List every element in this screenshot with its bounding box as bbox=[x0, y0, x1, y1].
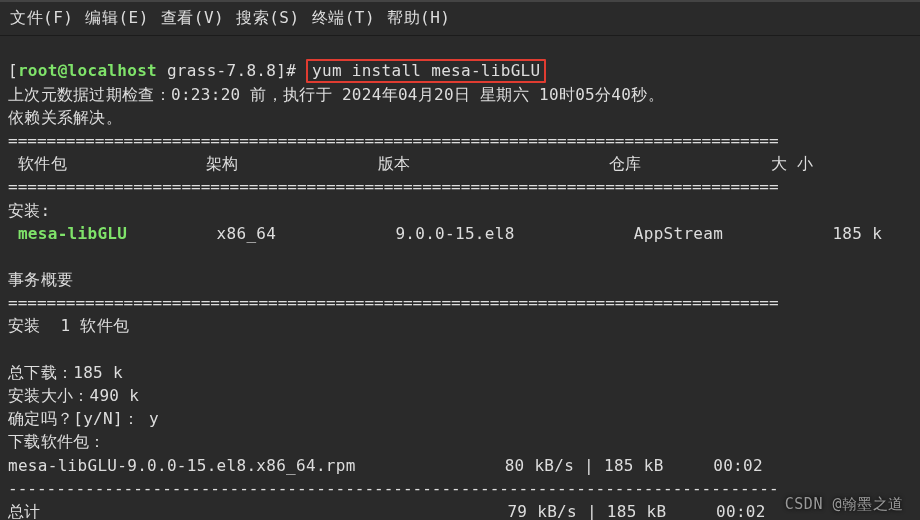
out-downloading: 下载软件包： bbox=[8, 432, 106, 451]
menu-edit[interactable]: 编辑(E) bbox=[85, 6, 148, 29]
command-highlight: yum install mesa-libGLU bbox=[306, 59, 546, 83]
out-installing-label: 安装: bbox=[8, 201, 51, 220]
menu-file[interactable]: 文件(F) bbox=[10, 6, 73, 29]
out-deps-resolved: 依赖关系解决。 bbox=[8, 108, 122, 127]
menu-view[interactable]: 查看(V) bbox=[161, 6, 224, 29]
out-tx-summary: 事务概要 bbox=[8, 270, 73, 289]
menu-help[interactable]: 帮助(H) bbox=[387, 6, 450, 29]
menu-terminal[interactable]: 终端(T) bbox=[312, 6, 375, 29]
rule-eq-3: ========================================… bbox=[8, 293, 779, 312]
out-confirm: 确定吗？[y/N]： y bbox=[8, 409, 159, 428]
menu-bar: 文件(F) 编辑(E) 查看(V) 搜索(S) 终端(T) 帮助(H) bbox=[0, 0, 920, 36]
terminal-output[interactable]: [root@localhost grass-7.8.8]# yum instal… bbox=[0, 36, 920, 520]
rule-eq-2: ========================================… bbox=[8, 177, 779, 196]
prompt-close: ]# bbox=[276, 61, 296, 80]
menu-search[interactable]: 搜索(S) bbox=[236, 6, 299, 29]
pkg-name: mesa-libGLU bbox=[18, 224, 127, 243]
prompt-open: [ bbox=[8, 61, 18, 80]
prompt-cwd: grass-7.8.8 bbox=[167, 61, 276, 80]
out-total-download: 总下载：185 k bbox=[8, 363, 123, 382]
out-rpm-line: mesa-libGLU-9.0.0-15.el8.x86_64.rpm 80 k… bbox=[8, 456, 763, 475]
table-header: 软件包 架构 版本 仓库 大 小 bbox=[8, 154, 813, 173]
out-install-count: 安装 1 软件包 bbox=[8, 316, 129, 335]
pkg-row: x86_64 9.0.0-15.el8 AppStream 185 k bbox=[127, 224, 882, 243]
rule-eq-1: ========================================… bbox=[8, 131, 779, 150]
out-total-line: 总计 79 kB/s | 185 kB 00:02 bbox=[8, 502, 766, 520]
out-install-size: 安装大小：490 k bbox=[8, 386, 139, 405]
out-meta-check: 上次元数据过期检查：0:23:20 前，执行于 2024年04月20日 星期六 … bbox=[8, 85, 664, 104]
rule-dash-1: ----------------------------------------… bbox=[8, 479, 779, 498]
prompt-user-host: root@localhost bbox=[18, 61, 157, 80]
